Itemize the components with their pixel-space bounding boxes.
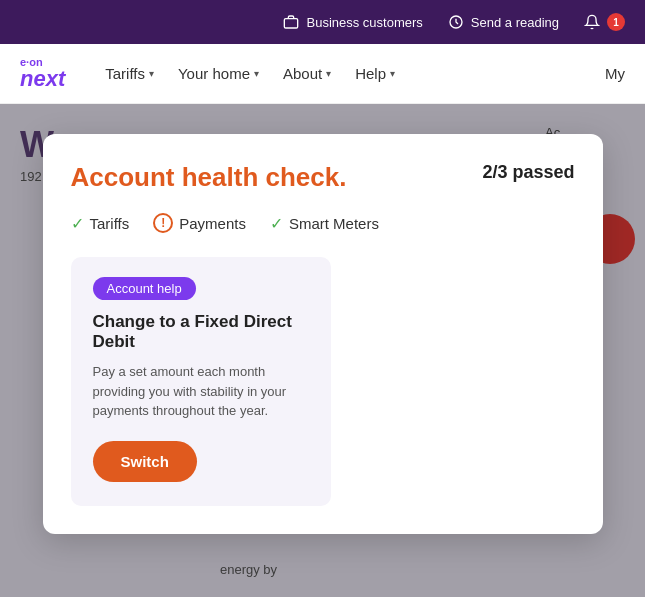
- modal-overlay: Account health check. 2/3 passed ✓ Tarif…: [0, 104, 645, 597]
- check-payments-label: Payments: [179, 215, 246, 232]
- card-tag: Account help: [93, 277, 196, 300]
- logo[interactable]: e·on next: [20, 57, 65, 90]
- account-health-modal: Account health check. 2/3 passed ✓ Tarif…: [43, 134, 603, 534]
- business-customers-label: Business customers: [306, 15, 422, 30]
- svg-rect-0: [285, 19, 298, 28]
- chevron-down-icon: ▾: [254, 68, 259, 79]
- nav-bar: e·on next Tariffs ▾ Your home ▾ About ▾ …: [0, 44, 645, 104]
- check-ok-icon: ✓: [71, 214, 84, 233]
- meter-icon: [447, 13, 465, 31]
- check-ok-icon2: ✓: [270, 214, 283, 233]
- switch-button[interactable]: Switch: [93, 441, 197, 482]
- account-help-card: Account help Change to a Fixed Direct De…: [71, 257, 331, 506]
- nav-your-home-label: Your home: [178, 65, 250, 82]
- nav-my[interactable]: My: [605, 65, 625, 82]
- modal-header: Account health check. 2/3 passed: [71, 162, 575, 193]
- nav-tariffs-label: Tariffs: [105, 65, 145, 82]
- briefcase-icon: [282, 13, 300, 31]
- card-title: Change to a Fixed Direct Debit: [93, 312, 309, 352]
- chevron-down-icon: ▾: [149, 68, 154, 79]
- check-payments: ! Payments: [153, 213, 246, 233]
- check-tariffs: ✓ Tariffs: [71, 214, 130, 233]
- page-background: We 192 G Ac t paym payme ment is s after…: [0, 104, 645, 597]
- chevron-down-icon: ▾: [390, 68, 395, 79]
- nav-help[interactable]: Help ▾: [345, 57, 405, 90]
- notification-count: 1: [607, 13, 625, 31]
- send-reading-label: Send a reading: [471, 15, 559, 30]
- nav-items: Tariffs ▾ Your home ▾ About ▾ Help ▾: [95, 57, 605, 90]
- nav-about-label: About: [283, 65, 322, 82]
- chevron-down-icon: ▾: [326, 68, 331, 79]
- modal-checks: ✓ Tariffs ! Payments ✓ Smart Meters: [71, 213, 575, 233]
- nav-your-home[interactable]: Your home ▾: [168, 57, 269, 90]
- modal-passed: 2/3 passed: [482, 162, 574, 183]
- business-customers-link[interactable]: Business customers: [282, 13, 422, 31]
- check-smart-meters: ✓ Smart Meters: [270, 214, 379, 233]
- nav-help-label: Help: [355, 65, 386, 82]
- card-description: Pay a set amount each month providing yo…: [93, 362, 309, 421]
- send-reading-link[interactable]: Send a reading: [447, 13, 559, 31]
- notification-bell[interactable]: 1: [583, 13, 625, 31]
- logo-next: next: [20, 68, 65, 90]
- check-warn-icon: !: [153, 213, 173, 233]
- check-tariffs-label: Tariffs: [90, 215, 130, 232]
- top-bar: Business customers Send a reading 1: [0, 0, 645, 44]
- nav-about[interactable]: About ▾: [273, 57, 341, 90]
- bell-icon: [583, 13, 601, 31]
- modal-title: Account health check.: [71, 162, 347, 193]
- check-smart-meters-label: Smart Meters: [289, 215, 379, 232]
- nav-tariffs[interactable]: Tariffs ▾: [95, 57, 164, 90]
